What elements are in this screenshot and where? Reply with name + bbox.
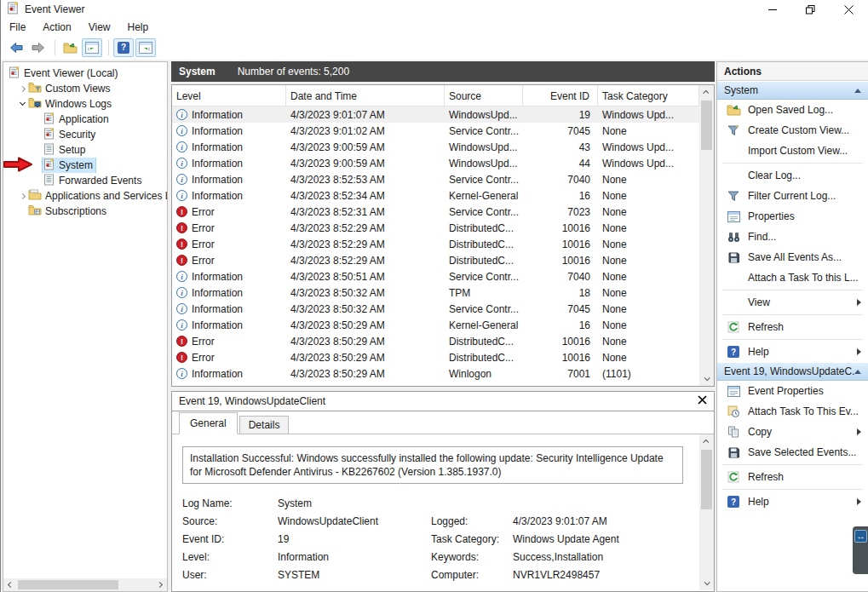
tree-item-security[interactable]: Security (3, 127, 167, 142)
close-button[interactable] (830, 0, 868, 19)
action-save-all-events-as[interactable]: Save All Events As... (717, 247, 868, 267)
tree-item-custom-views[interactable]: Custom Views (3, 81, 167, 96)
docked-side-widget[interactable]: ↔ (853, 526, 868, 574)
column-header-source[interactable]: Source (445, 85, 523, 106)
tree-horizontal-scrollbar[interactable] (3, 578, 167, 591)
tree-item-label: Windows Logs (45, 98, 112, 110)
action-properties[interactable]: Properties (717, 206, 868, 227)
help-icon (118, 42, 129, 54)
table-row[interactable]: Information 4/3/2023 8:52:34 AMKernel-Ge… (172, 187, 699, 204)
log-name: System (179, 66, 216, 78)
action-help-submenu[interactable]: Help (717, 342, 868, 362)
actions-section-event[interactable]: Event 19, WindowsUpdateC... (717, 362, 868, 381)
expand-chevron-icon[interactable] (17, 194, 27, 198)
field-label: Task Category: (431, 533, 513, 545)
action-event-properties[interactable]: Event Properties (717, 381, 868, 401)
expand-chevron-icon[interactable] (17, 87, 27, 91)
preview-vertical-scrollbar[interactable] (699, 434, 714, 590)
field-label: Level: (182, 551, 278, 563)
scroll-up-arrow[interactable] (699, 85, 714, 100)
action-import-custom-view[interactable]: Import Custom View... (717, 141, 868, 161)
action-refresh[interactable]: Refresh (717, 317, 868, 337)
actions-separator (722, 464, 863, 465)
show-hide-action-pane-button[interactable] (135, 38, 156, 57)
action-create-custom-view[interactable]: Create Custom View... (717, 120, 868, 141)
menu-help[interactable]: Help (119, 20, 158, 35)
table-row[interactable]: Information 4/3/2023 8:50:29 AMWinlogon7… (172, 365, 699, 382)
tree-item-application[interactable]: Application (3, 112, 167, 127)
scroll-up-arrow[interactable] (699, 434, 714, 449)
back-button[interactable] (6, 38, 26, 57)
table-row[interactable]: Information 4/3/2023 9:01:07 AMWindowsUp… (172, 106, 699, 123)
actions-section-system[interactable]: System (717, 81, 868, 100)
table-row[interactable]: Error 4/3/2023 8:52:29 AMDistributedC...… (172, 220, 699, 236)
open-saved-log-button[interactable] (60, 38, 80, 57)
action-save-selected-events[interactable]: Save Selected Events... (717, 442, 868, 463)
column-header-event-id[interactable]: Event ID (523, 85, 598, 106)
table-row[interactable]: Information 4/3/2023 8:50:29 AMKernel-Ge… (172, 317, 699, 333)
table-row[interactable]: Information 4/3/2023 8:50:32 AMService C… (172, 301, 699, 317)
scroll-down-arrow[interactable] (699, 371, 714, 386)
refresh-icon (726, 321, 741, 333)
table-vertical-scrollbar[interactable] (699, 85, 714, 386)
restore-button[interactable] (791, 0, 830, 19)
tree-item-applications-and-services-logs[interactable]: Applications and Services Lo (3, 188, 167, 204)
action-attach-task-to-event[interactable]: Attach Task To This Ev... (717, 401, 868, 422)
action-refresh-event[interactable]: Refresh (717, 467, 868, 487)
log-header-bar: System Number of events: 5,200 (171, 61, 715, 82)
tree-item-subscriptions[interactable]: Subscriptions (3, 204, 167, 219)
tab-general[interactable]: General (179, 412, 238, 434)
collapse-chevron-icon[interactable] (17, 103, 27, 105)
column-header-task-category[interactable]: Task Category (598, 85, 699, 106)
scroll-left-arrow[interactable] (3, 578, 18, 591)
close-preview-icon[interactable] (698, 395, 707, 407)
action-find[interactable]: Find... (717, 227, 868, 247)
forward-button[interactable] (28, 38, 49, 57)
action-filter-current-log[interactable]: Filter Current Log... (717, 186, 868, 206)
table-row[interactable]: Error 4/3/2023 8:52:31 AMService Contr..… (172, 204, 699, 220)
action-open-saved-log[interactable]: Open Saved Log... (717, 100, 868, 120)
table-row[interactable]: Error 4/3/2023 8:50:29 AMDistributedC...… (172, 349, 699, 365)
scrollbar-thumb[interactable] (701, 450, 712, 509)
events-count: Number of events: 5,200 (238, 66, 349, 78)
menu-view[interactable]: View (80, 20, 119, 35)
action-copy-submenu[interactable]: Copy (717, 422, 868, 442)
tree-item-windows-logs[interactable]: Windows Logs (3, 96, 167, 112)
table-row[interactable]: Error 4/3/2023 8:52:29 AMDistributedC...… (172, 236, 699, 252)
menu-action[interactable]: Action (34, 20, 79, 35)
tree-item-event-viewer-local[interactable]: Event Viewer (Local) (3, 66, 167, 81)
field-value: Information (278, 551, 431, 563)
action-clear-log[interactable]: Clear Log... (717, 165, 868, 186)
table-row[interactable]: Information 4/3/2023 9:00:59 AMWindowsUp… (172, 155, 699, 171)
action-help-event-submenu[interactable]: Help (717, 491, 868, 512)
scrollbar-thumb[interactable] (18, 580, 118, 589)
table-row[interactable]: Information 4/3/2023 8:50:51 AMService C… (172, 268, 699, 285)
action-attach-task-to-log[interactable]: Attach a Task To this L... (717, 267, 868, 288)
column-header-date-and-time[interactable]: Date and Time (286, 85, 445, 106)
table-row[interactable]: Information 4/3/2023 8:50:32 AMTPM18None (172, 285, 699, 301)
scrollbar-thumb[interactable] (701, 101, 712, 150)
windows-logs-folder-icon (28, 97, 42, 111)
minimize-button[interactable] (753, 0, 791, 19)
tab-details[interactable]: Details (239, 416, 290, 434)
menu-file[interactable]: File (1, 20, 34, 35)
scroll-right-arrow[interactable] (152, 578, 167, 591)
action-view-submenu[interactable]: View (717, 292, 868, 313)
show-hide-console-tree-button[interactable] (82, 38, 102, 57)
open-folder-icon (726, 104, 741, 116)
field-label: Computer: (431, 569, 513, 581)
tree-item-label: System (59, 159, 93, 171)
column-header-level[interactable]: Level (172, 85, 286, 106)
table-row[interactable]: Error 4/3/2023 8:50:29 AMDistributedC...… (172, 333, 699, 349)
actions-separator (722, 339, 863, 340)
help-button[interactable] (113, 38, 134, 57)
task-clock-icon (726, 405, 741, 417)
table-row[interactable]: Information 4/3/2023 8:52:53 AMService C… (172, 171, 699, 187)
scroll-down-arrow[interactable] (699, 576, 714, 590)
table-row[interactable]: Information 4/3/2023 9:01:02 AMService C… (172, 123, 699, 139)
copy-icon (726, 426, 741, 438)
events-table: Level Date and Time Source Event ID Task… (171, 84, 715, 387)
table-row[interactable]: Information 4/3/2023 9:00:59 AMWindowsUp… (172, 139, 699, 155)
error-icon (176, 336, 187, 347)
table-row[interactable]: Error 4/3/2023 8:52:29 AMDistributedC...… (172, 252, 699, 268)
